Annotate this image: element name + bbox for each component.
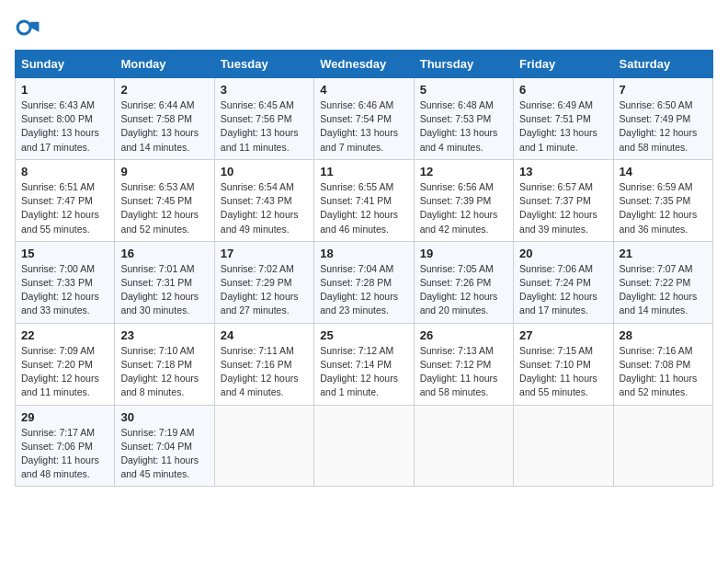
day-detail-line: Sunset: 7:24 PM: [519, 277, 591, 288]
day-detail-line: Sunset: 7:43 PM: [221, 195, 292, 206]
day-detail-line: Sunrise: 7:09 AM: [21, 345, 95, 356]
day-detail: Sunrise: 6:53 AMSunset: 7:45 PMDaylight:…: [120, 180, 208, 236]
day-number: 5: [420, 83, 507, 97]
day-cell: 20Sunrise: 7:06 AMSunset: 7:24 PMDayligh…: [514, 241, 613, 323]
day-detail-line: Sunset: 7:06 PM: [21, 441, 93, 452]
day-detail-line: and 1 minute.: [519, 142, 578, 153]
day-cell: 26Sunrise: 7:13 AMSunset: 7:12 PMDayligh…: [414, 323, 513, 405]
day-cell: 16Sunrise: 7:01 AMSunset: 7:31 PMDayligh…: [115, 241, 214, 323]
week-row-3: 15Sunrise: 7:00 AMSunset: 7:33 PMDayligh…: [16, 241, 713, 323]
day-cell: 2Sunrise: 6:44 AMSunset: 7:58 PMDaylight…: [115, 78, 214, 160]
day-detail-line: Sunrise: 6:46 AM: [320, 99, 393, 110]
day-number: 17: [221, 247, 308, 260]
day-detail-line: Sunrise: 6:56 AM: [420, 181, 494, 192]
day-number: 6: [519, 83, 607, 97]
day-detail-line: Sunrise: 6:44 AM: [120, 99, 194, 110]
day-cell: 10Sunrise: 6:54 AMSunset: 7:43 PMDayligh…: [214, 159, 313, 241]
svg-marker-3: [30, 28, 39, 32]
day-detail-line: Sunset: 7:12 PM: [420, 359, 492, 370]
day-detail-line: Daylight: 11 hours: [519, 373, 597, 384]
day-cell: 9Sunrise: 6:53 AMSunset: 7:45 PMDaylight…: [115, 159, 214, 241]
day-detail-line: Sunset: 7:33 PM: [21, 277, 93, 288]
day-detail-line: Daylight: 11 hours: [620, 373, 698, 384]
day-number: 4: [320, 83, 407, 97]
day-detail: Sunrise: 7:16 AMSunset: 7:08 PMDaylight:…: [620, 344, 707, 400]
day-detail: Sunrise: 6:57 AMSunset: 7:37 PMDaylight:…: [519, 180, 607, 236]
day-cell: 13Sunrise: 6:57 AMSunset: 7:37 PMDayligh…: [514, 159, 613, 241]
day-detail-line: Sunset: 7:28 PM: [320, 277, 392, 288]
day-detail-line: and 42 minutes.: [420, 224, 489, 235]
col-header-saturday: Saturday: [613, 51, 712, 78]
day-detail: Sunrise: 6:50 AMSunset: 7:49 PMDaylight:…: [620, 98, 707, 155]
day-number: 11: [320, 165, 407, 178]
day-detail-line: Sunrise: 7:05 AM: [420, 263, 494, 274]
day-detail-line: Daylight: 11 hours: [21, 454, 99, 465]
day-detail: Sunrise: 6:59 AMSunset: 7:35 PMDaylight:…: [620, 180, 707, 236]
day-detail-line: and 36 minutes.: [620, 224, 688, 235]
week-row-4: 22Sunrise: 7:09 AMSunset: 7:20 PMDayligh…: [16, 323, 713, 405]
day-number: 3: [221, 83, 308, 97]
logo: [15, 15, 44, 40]
day-cell: 12Sunrise: 6:56 AMSunset: 7:39 PMDayligh…: [414, 159, 513, 241]
day-detail-line: Sunrise: 6:43 AM: [21, 99, 95, 110]
day-detail-line: Sunrise: 7:11 AM: [221, 345, 294, 356]
col-header-thursday: Thursday: [414, 51, 513, 78]
day-number: 20: [519, 247, 607, 260]
day-cell: 21Sunrise: 7:07 AMSunset: 7:22 PMDayligh…: [613, 241, 712, 323]
day-detail-line: Sunrise: 7:01 AM: [120, 263, 194, 274]
day-detail: Sunrise: 6:46 AMSunset: 7:54 PMDaylight:…: [320, 98, 407, 155]
day-detail: Sunrise: 6:56 AMSunset: 7:39 PMDaylight:…: [420, 180, 507, 236]
day-detail: Sunrise: 7:07 AMSunset: 7:22 PMDaylight:…: [620, 262, 707, 318]
logo-icon: [15, 15, 40, 40]
day-detail: Sunrise: 6:43 AMSunset: 8:00 PMDaylight:…: [21, 98, 108, 155]
day-cell: [514, 405, 613, 487]
day-cell: [414, 405, 513, 487]
day-detail-line: Sunrise: 7:12 AM: [320, 345, 393, 356]
day-detail-line: Daylight: 12 hours: [320, 209, 398, 220]
day-detail: Sunrise: 6:45 AMSunset: 7:56 PMDaylight:…: [221, 98, 308, 155]
day-detail-line: Daylight: 12 hours: [120, 291, 199, 302]
day-detail-line: and 45 minutes.: [120, 468, 189, 479]
day-number: 24: [221, 328, 308, 342]
day-number: 28: [620, 328, 707, 342]
day-detail-line: Sunrise: 7:06 AM: [519, 263, 593, 274]
svg-marker-2: [30, 22, 39, 28]
day-detail-line: and 30 minutes.: [120, 304, 189, 316]
day-detail-line: Daylight: 11 hours: [420, 373, 498, 384]
day-detail-line: Sunrise: 6:48 AM: [420, 99, 494, 110]
day-detail-line: Sunrise: 7:00 AM: [21, 263, 95, 274]
day-detail-line: Daylight: 13 hours: [21, 127, 99, 138]
day-detail-line: and 7 minutes.: [320, 142, 383, 153]
day-detail: Sunrise: 7:04 AMSunset: 7:28 PMDaylight:…: [320, 262, 407, 318]
day-detail-line: Sunset: 7:51 PM: [519, 113, 591, 124]
day-cell: 5Sunrise: 6:48 AMSunset: 7:53 PMDaylight…: [414, 78, 513, 160]
day-detail-line: and 23 minutes.: [320, 304, 389, 316]
day-detail-line: and 55 minutes.: [21, 224, 90, 235]
day-detail: Sunrise: 6:55 AMSunset: 7:41 PMDaylight:…: [320, 180, 407, 236]
day-number: 26: [420, 328, 507, 342]
day-detail: Sunrise: 6:54 AMSunset: 7:43 PMDaylight:…: [221, 180, 308, 236]
day-detail-line: Daylight: 13 hours: [120, 127, 199, 138]
day-cell: 25Sunrise: 7:12 AMSunset: 7:14 PMDayligh…: [314, 323, 414, 405]
day-detail: Sunrise: 7:01 AMSunset: 7:31 PMDaylight:…: [120, 262, 208, 318]
day-detail: Sunrise: 7:13 AMSunset: 7:12 PMDaylight:…: [420, 344, 507, 400]
day-detail-line: Sunrise: 7:17 AM: [21, 427, 95, 438]
day-cell: 27Sunrise: 7:15 AMSunset: 7:10 PMDayligh…: [514, 323, 613, 405]
day-detail-line: Sunrise: 6:50 AM: [620, 99, 693, 110]
day-number: 2: [120, 83, 208, 97]
day-detail-line: and 58 minutes.: [620, 142, 688, 153]
day-detail-line: and 58 minutes.: [420, 386, 489, 397]
day-detail-line: Daylight: 13 hours: [221, 127, 299, 138]
day-detail-line: Sunset: 7:53 PM: [420, 113, 492, 124]
day-number: 13: [519, 165, 607, 178]
day-detail: Sunrise: 7:15 AMSunset: 7:10 PMDaylight:…: [519, 344, 607, 400]
day-detail-line: Daylight: 13 hours: [420, 127, 498, 138]
day-cell: 14Sunrise: 6:59 AMSunset: 7:35 PMDayligh…: [613, 159, 712, 241]
day-number: 8: [21, 165, 108, 178]
day-number: 14: [620, 165, 707, 178]
day-detail-line: Daylight: 12 hours: [21, 209, 99, 220]
col-header-wednesday: Wednesday: [314, 51, 414, 78]
day-cell: 4Sunrise: 6:46 AMSunset: 7:54 PMDaylight…: [314, 78, 414, 160]
day-number: 18: [320, 247, 407, 260]
day-cell: 28Sunrise: 7:16 AMSunset: 7:08 PMDayligh…: [613, 323, 712, 405]
